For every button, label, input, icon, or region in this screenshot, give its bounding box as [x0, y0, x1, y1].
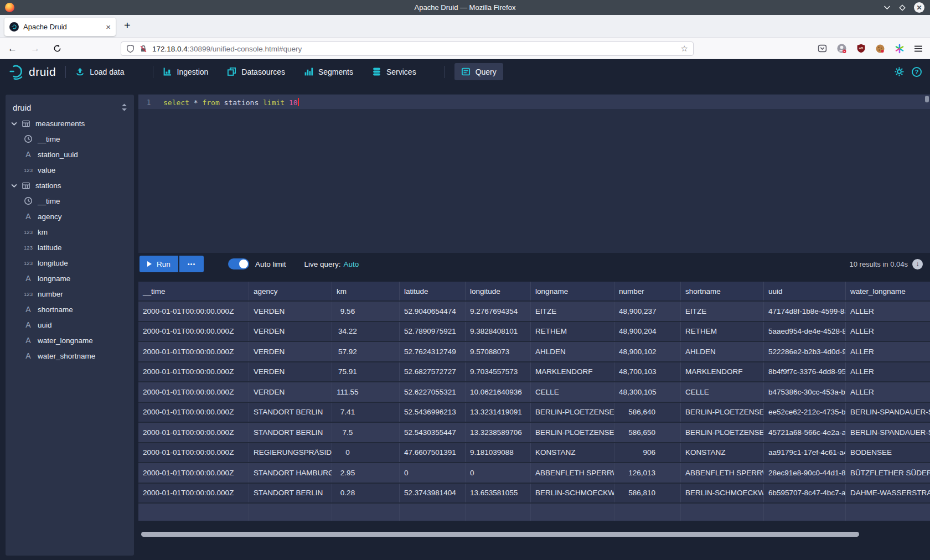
table-cell[interactable]: 9.3828408101 — [466, 322, 531, 341]
table-cell[interactable]: ALLER — [846, 362, 930, 382]
table-cell[interactable]: 13.3238589706 — [466, 423, 531, 442]
table-cell[interactable]: 52.9040654474 — [400, 302, 466, 321]
table-cell[interactable]: BERLIN-PLOETZENSEE U — [531, 423, 614, 442]
sidebar-item--time[interactable]: __time — [6, 193, 134, 209]
table-cell[interactable]: 57.92 — [332, 342, 400, 361]
table-cell[interactable]: 13.3231419091 — [466, 403, 531, 422]
table-cell[interactable]: VERDEN — [249, 382, 332, 402]
table-cell[interactable]: 6b595707-8c47-4bc7-a8 — [764, 484, 846, 503]
table-cell[interactable]: 52.3743981404 — [400, 484, 466, 503]
table-cell[interactable]: STANDORT BERLIN — [249, 423, 332, 442]
new-tab-button[interactable]: + — [124, 19, 131, 32]
shield-icon[interactable] — [126, 44, 135, 53]
forward-icon[interactable]: → — [30, 43, 40, 54]
table-cell[interactable]: 0 — [332, 443, 400, 463]
table-cell[interactable]: ABBENFLETH SPERRWERK — [531, 463, 614, 483]
druid-logo[interactable]: druid — [9, 64, 56, 80]
table-cell[interactable]: ABBENFLETH SPERRWERK — [681, 463, 764, 483]
back-icon[interactable]: ← — [8, 43, 17, 54]
table-cell[interactable]: BÜTZFLETHER SÜDERELBE — [846, 463, 930, 483]
table-cell[interactable]: BERLIN-SCHMOECKWITZ — [531, 484, 614, 503]
sidebar-item-uuid[interactable]: Auuid — [6, 317, 134, 333]
header-cell-shortname[interactable]: shortname — [681, 282, 764, 300]
sidebar-item-stations[interactable]: stations — [6, 178, 134, 193]
table-cell[interactable]: 48,900,102 — [614, 342, 681, 361]
table-cell[interactable]: BERLIN-SCHMOECKWITZ — [681, 484, 764, 503]
table-cell[interactable]: AHLDEN — [681, 342, 764, 361]
sidebar-item-longname[interactable]: Alongname — [6, 271, 134, 286]
auto-limit-toggle[interactable] — [228, 258, 249, 269]
table-cell[interactable]: 75.91 — [332, 362, 400, 382]
table-cell[interactable]: EITZE — [681, 302, 764, 321]
table-cell[interactable]: MARKLENDORF — [681, 362, 764, 382]
sidebar-item--time[interactable]: __time — [6, 131, 134, 147]
header-cell--time[interactable]: __time — [138, 282, 249, 300]
table-cell[interactable]: 0 — [400, 463, 466, 483]
table-cell[interactable]: 2000-01-01T00:00:00.000Z — [138, 362, 249, 382]
table-cell[interactable]: 2000-01-01T00:00:00.000Z — [138, 423, 249, 442]
table-cell[interactable]: CELLE — [531, 382, 614, 402]
header-cell-longname[interactable]: longname — [531, 282, 614, 300]
table-cell[interactable]: VERDEN — [249, 342, 332, 361]
table-cell[interactable]: ee52ce62-212c-4735-b4 — [764, 403, 846, 422]
table-cell[interactable]: BERLIN-SPANDAUER-SC — [846, 423, 930, 442]
nav-item-datasources[interactable]: Datasources — [227, 67, 285, 76]
window-minimize-icon[interactable] — [884, 5, 891, 10]
run-button[interactable]: Run — [140, 256, 178, 272]
table-cell[interactable]: 111.55 — [332, 382, 400, 402]
sidebar-item-station-uuid[interactable]: Astation_uuid — [6, 147, 134, 162]
sidebar-item-shortname[interactable]: Ashortname — [6, 302, 134, 317]
table-cell[interactable]: 48,900,204 — [614, 322, 681, 341]
table-cell[interactable]: 52.6827572727 — [400, 362, 466, 382]
table-cell[interactable]: VERDEN — [249, 302, 332, 321]
header-cell-water-longname[interactable]: water_longname — [846, 282, 930, 300]
query-editor[interactable]: 1 select * from stations limit 10 — [138, 94, 930, 253]
header-cell-uuid[interactable]: uuid — [764, 282, 846, 300]
table-cell[interactable]: STANDORT BERLIN — [249, 403, 332, 422]
table-cell[interactable]: 28ec91e8-90c0-44d1-8fc — [764, 463, 846, 483]
table-cell[interactable]: VERDEN — [249, 322, 332, 341]
table-cell[interactable]: 52.6227055321 — [400, 382, 466, 402]
table-cell[interactable]: RETHEM — [681, 322, 764, 341]
table-cell[interactable]: 34.22 — [332, 322, 400, 341]
table-cell[interactable]: 52.7890975921 — [400, 322, 466, 341]
sidebar-item-value[interactable]: 123value — [6, 162, 134, 178]
table-cell[interactable]: 47174d8f-1b8e-4599-8a — [764, 302, 846, 321]
table-cell[interactable]: 0.28 — [332, 484, 400, 503]
ublock-icon[interactable]: uO — [856, 44, 866, 53]
table-cell[interactable]: 906 — [614, 443, 681, 463]
tab-close-icon[interactable]: × — [106, 22, 111, 32]
nav-item-ingestion[interactable]: Ingestion — [163, 67, 209, 76]
table-cell[interactable]: KONSTANZ — [531, 443, 614, 463]
table-cell[interactable]: 2000-01-01T00:00:00.000Z — [138, 322, 249, 341]
table-cell[interactable]: 9.2767694354 — [466, 302, 531, 321]
table-cell[interactable]: aa9179c1-17ef-4c61-a48 — [764, 443, 846, 463]
nav-item-segments[interactable]: Segments — [304, 67, 353, 76]
table-cell[interactable]: 47.6607501391 — [400, 443, 466, 463]
table-cell[interactable]: 45721a68-566c-4e2a-a6 — [764, 423, 846, 442]
nav-item-load-data[interactable]: Load data — [75, 67, 124, 76]
url-bar[interactable]: 172.18.0.4 :30899/unified-console.html#q… — [121, 42, 694, 56]
window-maximize-icon[interactable] — [899, 4, 906, 11]
header-cell-longitude[interactable]: longitude — [466, 282, 531, 300]
header-cell-km[interactable]: km — [332, 282, 400, 300]
table-cell[interactable]: AHLDEN — [531, 342, 614, 361]
more-options-button[interactable]: ••• — [179, 256, 204, 272]
sidebar-item-number[interactable]: 123number — [6, 286, 134, 302]
table-cell[interactable]: BERLIN-PLOETZENSEE O — [681, 403, 764, 422]
nav-item-services[interactable]: Services — [372, 67, 416, 76]
table-cell[interactable]: MARKLENDORF — [531, 362, 614, 382]
sidebar-item-agency[interactable]: Aagency — [6, 209, 134, 224]
table-cell[interactable]: 522286e2-b2b3-4d0d-9a — [764, 342, 846, 361]
table-cell[interactable]: 5aaed954-de4e-4528-8f — [764, 322, 846, 341]
table-cell[interactable]: 2000-01-01T00:00:00.000Z — [138, 403, 249, 422]
pocket-icon[interactable] — [818, 44, 827, 53]
table-cell[interactable]: CELLE — [681, 382, 764, 402]
table-cell[interactable]: STANDORT HAMBURG — [249, 463, 332, 483]
sidebar-item-water-longname[interactable]: Awater_longname — [6, 333, 134, 348]
table-cell[interactable]: 48,300,105 — [614, 382, 681, 402]
table-cell[interactable]: 48,700,103 — [614, 362, 681, 382]
table-cell[interactable]: 586,650 — [614, 423, 681, 442]
account-icon[interactable] — [836, 43, 847, 54]
table-cell[interactable]: KONSTANZ — [681, 443, 764, 463]
